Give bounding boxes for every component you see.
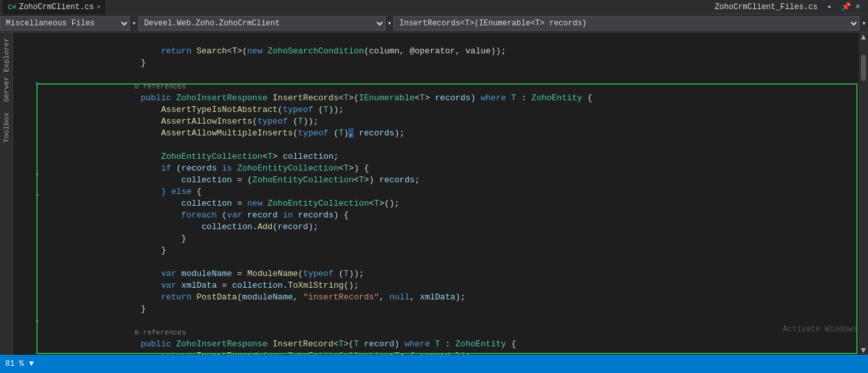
right-filename: ZohoCrmClient_Files.cs xyxy=(715,3,817,12)
dropdown-arrow-1: ▾ xyxy=(130,19,138,27)
zoom-level: 81 % xyxy=(5,359,24,368)
activate-watermark: Activate Windows xyxy=(783,325,858,334)
refs-label-1: 0 references xyxy=(49,69,859,81)
zoom-down-btn[interactable]: ▼ xyxy=(29,359,34,368)
tab-close-icon[interactable]: × xyxy=(96,3,101,11)
toolbox-tab[interactable]: Toolbox xyxy=(1,107,12,148)
active-tab[interactable]: C# ZohoCrmClient.cs × xyxy=(3,0,107,14)
dropdown-arrow-2: ▾ xyxy=(386,19,394,27)
zoom-controls[interactable]: ▼ xyxy=(29,359,34,368)
collapse-btn-1[interactable]: ▼ xyxy=(33,79,42,89)
project-dropdown[interactable]: Miscellaneous Files xyxy=(0,16,130,31)
title-bar-left: C# ZohoCrmClient.cs × xyxy=(3,0,715,14)
cs-file-icon: C# xyxy=(8,3,16,11)
method-dropdown[interactable]: InsertRecords<T>(IEnumerable<T> records) xyxy=(393,16,860,31)
scroll-thumb[interactable] xyxy=(861,55,866,81)
class-dropdown[interactable]: Deveel.Web.Zoho.ZohoCrmClient xyxy=(138,16,386,31)
code-container: ▼ ▼ ▼ xyxy=(13,33,868,355)
collapse-btn-2[interactable]: ▼ xyxy=(33,171,42,180)
toolbar: Miscellaneous Files ▾ Deveel.Web.Zoho.Zo… xyxy=(0,14,868,33)
title-bar: C# ZohoCrmClient.cs × ZohoCrmClient_File… xyxy=(0,0,868,14)
code-line-blank-4 xyxy=(49,303,859,315)
collapse-btn-4[interactable]: ▼ xyxy=(33,318,42,327)
code-editor[interactable]: ▼ ▼ ▼ xyxy=(13,33,868,355)
expand-column: ▼ ▼ ▼ xyxy=(33,33,43,355)
pin-controls[interactable]: 📌 × xyxy=(841,3,860,12)
code-line-1: return Search<T>(new ZohoSearchCondition… xyxy=(49,34,859,46)
right-scrollbar[interactable]: ▲ ▼ xyxy=(859,33,868,355)
code-content[interactable]: return Search<T>(new ZohoSearchCondition… xyxy=(43,33,859,355)
code-line-blank-3 xyxy=(49,245,859,256)
server-explorer-tab[interactable]: Server Explorer xyxy=(1,33,12,107)
line-numbers xyxy=(13,33,33,355)
status-bar: 81 % ▼ xyxy=(0,355,868,373)
tab-filename: ZohoCrmClient.cs xyxy=(19,3,94,12)
code-line-blank-1 xyxy=(49,57,859,69)
scroll-up-btn[interactable]: ▲ xyxy=(859,33,868,42)
title-bar-right: ZohoCrmClient_Files.cs ▪ 📌 × xyxy=(715,2,865,12)
scroll-down-btn[interactable]: ▼ xyxy=(859,346,868,355)
left-sidebar: Server Explorer Toolbox xyxy=(0,33,13,355)
code-line-modulename: var moduleName = ModuleName(typeof (T)); xyxy=(49,256,859,268)
code-line-collection: ZohoEntityCollection<T> collection; xyxy=(49,139,859,151)
dropdown-arrow-3: ▾ xyxy=(860,19,868,27)
collapse-btn-3[interactable]: ▼ xyxy=(33,191,42,200)
refs-label-2: 0 references xyxy=(49,315,859,327)
